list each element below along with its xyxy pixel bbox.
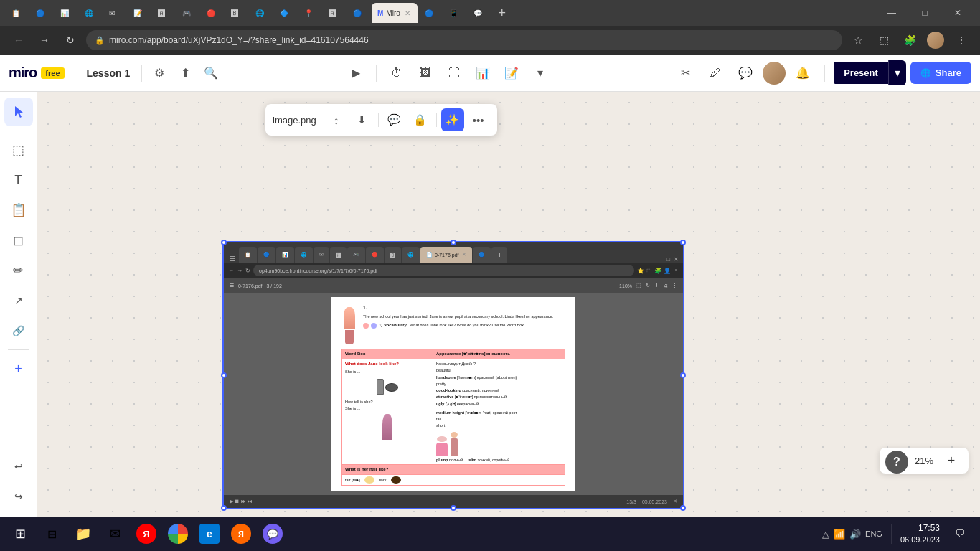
start-button[interactable]: ⊞	[6, 519, 34, 548]
url-bar[interactable]: 🔒 miro.com/app/board/uXjVPz1dO_Y=/?share…	[86, 30, 842, 50]
notes-button[interactable]: 📝	[499, 60, 524, 86]
text-tool[interactable]: T	[4, 166, 33, 194]
tab-19[interactable]: 💬	[468, 3, 491, 23]
task-view-button[interactable]: ⊟	[37, 519, 66, 548]
chart-button[interactable]: 📊	[470, 60, 496, 86]
frame-button[interactable]: 🖼	[413, 60, 438, 86]
present-dropdown-button[interactable]: ▾	[888, 60, 906, 85]
handle-top-mid[interactable]	[451, 240, 456, 245]
arrow-forward-button[interactable]: ▶	[343, 60, 369, 86]
tab-12[interactable]: 🔷	[274, 3, 297, 23]
clock[interactable]: 17:53 06.09.2023	[900, 523, 940, 545]
ai-button[interactable]: ✨	[441, 108, 464, 131]
handle-bot-left[interactable]	[221, 505, 227, 511]
more-tools-button[interactable]: ▾	[527, 60, 553, 86]
extensions-button[interactable]: 🧩	[900, 30, 920, 50]
tab-13[interactable]: 📍	[298, 3, 321, 23]
tab-4[interactable]: 🌐	[79, 3, 102, 23]
bookmark-button[interactable]: ☆	[848, 30, 868, 50]
maximize-button[interactable]: □	[908, 0, 941, 26]
selected-image-wrapper[interactable]: ↻ ☰ 📋 🔵 📊 🌐 ✉ 🅰 🎮 🔴 🅱 🌐 📄 0-7176.pdf✕ 🔵 …	[224, 242, 683, 508]
handle-bot-right[interactable]	[680, 505, 686, 511]
tab-miro-active[interactable]: M Miro ✕	[372, 3, 418, 23]
menu-button[interactable]: ⋮	[951, 30, 971, 50]
board-title[interactable]: Lesson 1	[80, 65, 138, 82]
notifications-button[interactable]: 🔔	[790, 60, 816, 86]
arrow-tool[interactable]: ↗	[4, 286, 33, 315]
lock-button[interactable]: 🔒	[409, 108, 432, 131]
tray-expand-icon[interactable]: △	[822, 529, 829, 540]
connector-tool[interactable]: 🔗	[4, 316, 33, 345]
notifications-icon[interactable]: 🗨	[946, 519, 974, 548]
yandex-button[interactable]: Я	[132, 519, 161, 548]
tab-close-icon[interactable]: ✕	[403, 8, 412, 19]
browser-button[interactable]: e	[195, 519, 224, 548]
refresh-button[interactable]: ↻	[60, 30, 80, 50]
user-avatar[interactable]	[763, 62, 786, 85]
select-tool[interactable]	[4, 98, 33, 126]
frame-tool[interactable]: ⬚	[4, 136, 33, 164]
share-button[interactable]: 🌐 Share	[910, 62, 971, 84]
scissors-button[interactable]: ✂	[672, 60, 698, 86]
shapes-tool[interactable]: ◻	[4, 226, 33, 255]
back-button[interactable]: ←	[9, 30, 29, 50]
resize-button[interactable]: ↕	[325, 108, 348, 131]
address-bar: ← → ↻ 🔒 miro.com/app/board/uXjVPz1dO_Y=/…	[0, 26, 980, 55]
handle-bot-mid[interactable]	[451, 505, 456, 511]
more-tools-button[interactable]: +	[4, 354, 33, 383]
tab-9[interactable]: 🔴	[201, 3, 224, 23]
close-button[interactable]: ✕	[941, 0, 974, 26]
pen-button[interactable]: 🖊	[702, 60, 728, 86]
tab-10[interactable]: 🅱	[225, 3, 248, 23]
fullscreen-button[interactable]: ⛶	[441, 60, 467, 86]
tab-18[interactable]: 📱	[443, 3, 466, 23]
yandex-browser-button[interactable]: Я	[227, 519, 255, 548]
screenshot-button[interactable]: ⬚	[874, 30, 894, 50]
tab-1[interactable]: 📋	[6, 3, 29, 23]
tab-7[interactable]: 🅰	[152, 3, 175, 23]
network-icon[interactable]: 📶	[834, 529, 845, 540]
pen-tool[interactable]: ✏	[4, 256, 33, 285]
emb-pdf-document: 1. The new school year has just started.…	[331, 297, 575, 491]
viber-button[interactable]: 💬	[258, 519, 287, 548]
tab-11[interactable]: 🌐	[250, 3, 273, 23]
handle-left-mid[interactable]	[221, 372, 227, 378]
forward-button[interactable]: →	[34, 30, 55, 50]
download-button[interactable]: ⬇	[351, 108, 374, 131]
profile-button[interactable]	[925, 30, 946, 50]
chrome-button[interactable]	[164, 519, 192, 548]
sticky-note-tool[interactable]: 📋	[4, 196, 33, 225]
settings-button[interactable]: ⚙	[146, 60, 172, 86]
mail-button[interactable]: ✉	[100, 519, 129, 548]
handle-right-mid[interactable]	[680, 372, 686, 378]
tab-8[interactable]: 🎮	[176, 3, 199, 23]
help-button[interactable]: ?	[885, 451, 908, 474]
handle-top-left[interactable]	[221, 240, 227, 245]
emb-pdf-toolbar: ☰ 0-7176.pdf 3 / 192 110% ⬚ ↻ ⬇ 🖨 ⋮	[224, 278, 683, 293]
volume-icon[interactable]: 🔊	[849, 529, 861, 540]
tab-5[interactable]: ✉	[103, 3, 126, 23]
tab-2[interactable]: 🔵	[30, 3, 53, 23]
language-indicator[interactable]: ENG	[865, 529, 882, 538]
undo-button[interactable]: ↩	[4, 452, 33, 481]
tab-17[interactable]: 🔵	[419, 3, 442, 23]
tab-15[interactable]: 🔵	[347, 3, 370, 23]
tab-6[interactable]: 📝	[128, 3, 151, 23]
present-button[interactable]: Present	[834, 62, 888, 84]
url-text: miro.com/app/board/uXjVPz1dO_Y=/?share_l…	[109, 35, 834, 45]
canvas-area[interactable]: ↻ ☰ 📋 🔵 📊 🌐 ✉ 🅰 🎮 🔴 🅱 🌐 📄 0-7176.pdf✕ 🔵 …	[37, 92, 980, 517]
handle-top-right[interactable]	[680, 240, 686, 245]
file-explorer-button[interactable]: 📁	[69, 519, 98, 548]
comment-button[interactable]: 💬	[732, 60, 758, 86]
zoom-in-button[interactable]: +	[941, 451, 961, 471]
share-export-button[interactable]: ⬆	[172, 60, 198, 86]
more-options-button[interactable]: •••	[467, 108, 490, 131]
search-button[interactable]: 🔍	[198, 60, 224, 86]
minimize-button[interactable]: —	[875, 0, 908, 26]
new-tab-button[interactable]: +	[492, 3, 512, 23]
tab-14[interactable]: 🅰	[323, 3, 346, 23]
comment-button[interactable]: 💬	[383, 108, 406, 131]
tab-3[interactable]: 📊	[55, 3, 77, 23]
timer-button[interactable]: ⏱	[384, 60, 410, 86]
redo-button[interactable]: ↪	[4, 482, 33, 511]
